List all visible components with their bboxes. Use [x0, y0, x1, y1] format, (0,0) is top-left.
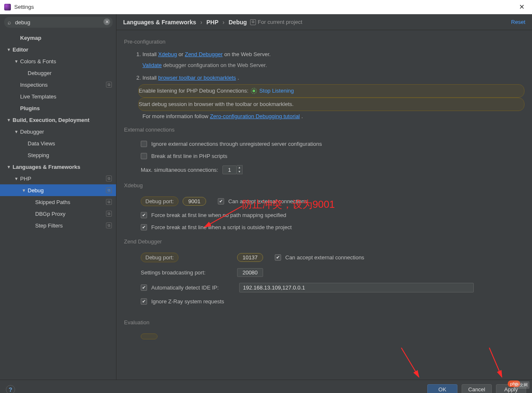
sidebar-item-skipped-paths[interactable]: Skipped Paths⧉: [0, 196, 116, 208]
zend-debugger-link[interactable]: Zend Debugger: [185, 51, 222, 57]
sidebar-item-editor[interactable]: ▼Editor: [0, 44, 116, 55]
sidebar-item-label: DBGp Proxy: [35, 211, 106, 217]
sidebar-item-label: Debugger: [28, 70, 112, 76]
xdebug-accept-checkbox[interactable]: [218, 198, 224, 204]
xdebug-force1-checkbox[interactable]: [141, 212, 147, 218]
zero-config-link[interactable]: Zero-configuration Debugging tutorial: [210, 113, 300, 119]
xdebug-link[interactable]: Xdebug: [158, 51, 177, 57]
sidebar-item-label: Data Views: [28, 140, 112, 147]
preconfig-step-2: Install browser toolbar or bookmarklets …: [142, 72, 524, 84]
max-conn-label: Max. simultaneous connections:: [141, 167, 218, 173]
clear-search-icon[interactable]: ✕: [103, 18, 110, 25]
tree-arrow-icon: ▼: [7, 165, 12, 169]
ignore-external-checkbox[interactable]: [141, 141, 147, 147]
zend-accept-checkbox[interactable]: [275, 254, 281, 261]
search-input[interactable]: [15, 19, 101, 26]
project-scope-icon: ⧉: [106, 187, 112, 193]
apply-button[interactable]: Apply: [496, 384, 526, 393]
tree-arrow-icon: ▼: [7, 118, 12, 122]
svg-line-2: [489, 348, 502, 377]
zend-broadcast-input[interactable]: [237, 268, 263, 277]
sidebar-item-label: Keymap: [20, 35, 112, 41]
button-bar: ? OK Cancel Apply php 中文网: [0, 380, 532, 393]
crumb-1[interactable]: PHP: [207, 19, 219, 26]
project-scope-icon: ⧉: [106, 176, 112, 181]
sidebar-item-dbgp-proxy[interactable]: DBGp Proxy⧉: [0, 208, 116, 220]
sidebar-item-live-templates[interactable]: Live Templates: [0, 90, 116, 102]
settings-scroll[interactable]: Pre-configuration Install Xdebug or Zend…: [116, 30, 532, 380]
preconfig-step-4: Start debug session in browser with the …: [138, 98, 524, 111]
max-conn-input[interactable]: [222, 165, 237, 174]
section-zend: Zend Debugger: [124, 238, 524, 245]
sidebar-item-php[interactable]: ▼PHP⧉: [0, 173, 116, 184]
crumb-sep: ›: [222, 19, 225, 26]
zend-zray-label: Ignore Z-Ray system requests: [151, 298, 224, 305]
xdebug-force1-label: Force break at first line when no path m…: [151, 212, 286, 218]
break-first-line-checkbox[interactable]: [141, 153, 147, 159]
spinner-down-icon[interactable]: ▼: [237, 170, 242, 174]
sidebar-item-label: Step Filters: [35, 222, 106, 229]
sidebar-item-label: Debugger: [20, 129, 112, 135]
ok-button[interactable]: OK: [427, 384, 457, 393]
sidebar-item-label: Build, Execution, Deployment: [13, 117, 112, 123]
crumb-0[interactable]: Languages & Frameworks: [123, 19, 196, 26]
browser-toolbar-link[interactable]: browser toolbar or bookmarklets: [158, 75, 236, 81]
zend-port-input[interactable]: [237, 253, 263, 262]
section-evaluation: Evaluation: [124, 319, 524, 326]
search-icon: ⌕: [8, 19, 11, 26]
validate-link[interactable]: Validate: [142, 62, 162, 68]
xdebug-port-input[interactable]: [183, 197, 206, 206]
zend-autoip-label: Automatically detect IDE IP:: [151, 284, 235, 291]
title-bar: Settings ✕: [0, 0, 532, 14]
close-icon[interactable]: ✕: [516, 1, 528, 13]
sidebar-item-debugger[interactable]: ▼Debugger: [0, 126, 116, 137]
listen-icon[interactable]: [251, 88, 257, 94]
tree-arrow-icon: ▼: [22, 188, 27, 193]
zend-zray-checkbox[interactable]: [141, 298, 147, 305]
crumb-2[interactable]: Debug: [229, 19, 247, 26]
window-title: Settings: [14, 4, 34, 10]
zend-broadcast-label: Settings broadcasting port:: [141, 269, 233, 276]
evaluation-placeholder: [141, 334, 158, 339]
sidebar-item-languages-frameworks[interactable]: ▼Languages & Frameworks: [0, 161, 116, 173]
sidebar-item-keymap[interactable]: Keymap: [0, 32, 116, 44]
spinner-up-icon[interactable]: ▲: [237, 165, 242, 170]
sidebar-item-plugins[interactable]: Plugins: [0, 102, 116, 114]
search-box[interactable]: ⌕ ✕: [4, 17, 113, 28]
content-pane: Languages & Frameworks › PHP › Debug ⧉ F…: [116, 14, 532, 380]
crumb-sep: ›: [200, 19, 202, 26]
stop-listening-link[interactable]: Stop Listening: [259, 87, 294, 95]
project-scope-icon: ⧉: [106, 211, 112, 217]
settings-tree: Keymap▼Editor▼Colors & FontsDebuggerInsp…: [0, 30, 116, 380]
zend-port-label: Debug port:: [141, 253, 178, 262]
reset-link[interactable]: Reset: [511, 19, 525, 25]
xdebug-port-label: Debug port:: [141, 196, 178, 206]
preconfig-step-1: Install Xdebug or Zend Debugger on the W…: [142, 48, 524, 72]
settings-sidebar: ⌕ ✕ Keymap▼Editor▼Colors & FontsDebugger…: [0, 14, 116, 380]
max-conn-spinner[interactable]: ▲▼: [222, 165, 243, 174]
sidebar-item-stepping[interactable]: Stepping: [0, 149, 116, 161]
sidebar-item-label: Live Templates: [20, 93, 112, 100]
sidebar-item-label: Languages & Frameworks: [13, 164, 112, 170]
section-external: External connections: [124, 127, 524, 133]
app-icon: [4, 4, 11, 10]
zend-autoip-input[interactable]: [239, 283, 474, 292]
zend-accept-label: Can accept external connections: [285, 254, 364, 261]
help-button[interactable]: ?: [6, 385, 15, 393]
section-preconfig: Pre-configuration: [124, 39, 524, 45]
sidebar-item-data-views[interactable]: Data Views: [0, 137, 116, 149]
xdebug-force2-checkbox[interactable]: [141, 224, 147, 230]
sidebar-item-inspections[interactable]: Inspections⧉: [0, 79, 116, 90]
tree-arrow-icon: ▼: [14, 176, 19, 181]
zend-autoip-checkbox[interactable]: [141, 284, 147, 291]
sidebar-item-label: Inspections: [20, 82, 106, 88]
sidebar-item-build-execution-deployment[interactable]: ▼Build, Execution, Deployment: [0, 114, 116, 126]
sidebar-item-step-filters[interactable]: Step Filters⧉: [0, 220, 116, 231]
tree-arrow-icon: ▼: [7, 47, 12, 52]
break-first-line-label: Break at first line in PHP scripts: [151, 153, 227, 159]
sidebar-item-colors-fonts[interactable]: ▼Colors & Fonts: [0, 55, 116, 67]
sidebar-item-debug[interactable]: ▼Debug⧉: [0, 184, 116, 196]
sidebar-item-debugger[interactable]: Debugger: [0, 67, 116, 79]
xdebug-accept-label: Can accept external connections: [228, 198, 307, 204]
cancel-button[interactable]: Cancel: [462, 384, 492, 393]
